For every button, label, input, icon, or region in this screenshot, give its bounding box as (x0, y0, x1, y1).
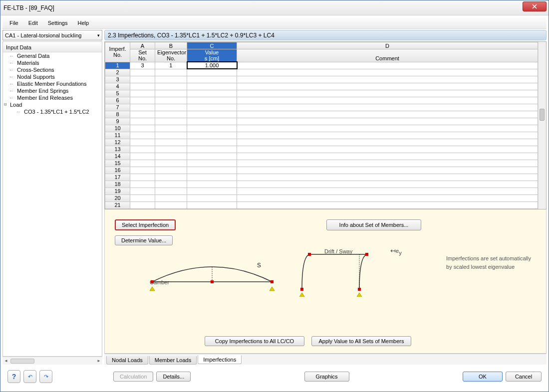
cell-set[interactable] (130, 188, 155, 195)
tree-member-end-releases[interactable]: Member End Releases (3, 94, 102, 101)
table-row[interactable]: 9 (105, 118, 538, 125)
tree-materials[interactable]: Materials (3, 59, 102, 66)
cell-value[interactable] (187, 195, 237, 201)
cell-set[interactable] (130, 97, 155, 104)
cell-comment[interactable] (237, 111, 538, 118)
cell-comment[interactable] (237, 146, 538, 153)
cell-eigv[interactable] (155, 83, 187, 90)
cell-comment[interactable] (237, 188, 538, 195)
cell-value[interactable] (187, 111, 237, 118)
menu-file[interactable]: File (4, 18, 23, 27)
grid-vscroll[interactable] (538, 42, 546, 209)
table-row[interactable]: 5 (105, 90, 538, 97)
table-row[interactable]: 15 (105, 160, 538, 167)
cell-eigv[interactable] (155, 76, 187, 83)
cell-set[interactable] (130, 111, 155, 118)
cell-value[interactable]: 1.000 (187, 62, 237, 69)
scroll-left-icon[interactable]: ◄ (2, 359, 9, 363)
cell-eigv[interactable] (155, 97, 187, 104)
cell-comment[interactable] (237, 62, 538, 69)
table-row[interactable]: 14 (105, 153, 538, 160)
cell-value[interactable] (187, 188, 237, 195)
cell-comment[interactable] (237, 174, 538, 181)
table-row[interactable]: 1311.000 (105, 62, 538, 69)
cell-set[interactable] (130, 139, 155, 146)
tree-cross-sections[interactable]: Cross-Sections (3, 66, 102, 73)
cancel-button[interactable]: Cancel (506, 372, 542, 382)
copy-imperfections-button[interactable]: Copy Imperfections to All LC/CO (205, 336, 304, 346)
cell-value[interactable] (187, 201, 237, 208)
cell-set[interactable] (130, 174, 155, 181)
cell-eigv[interactable] (155, 104, 187, 111)
cell-set[interactable] (130, 167, 155, 174)
cell-eigv[interactable] (155, 118, 187, 125)
cell-value[interactable] (187, 104, 237, 111)
table-row[interactable]: 11 (105, 132, 538, 139)
apply-value-button[interactable]: Apply Value to All Sets of Members (311, 336, 411, 346)
cell-comment[interactable] (237, 167, 538, 174)
cell-comment[interactable] (237, 118, 538, 125)
row-number[interactable]: 21 (105, 201, 130, 208)
cell-comment[interactable] (237, 153, 538, 160)
cell-eigv[interactable] (155, 146, 187, 153)
table-row[interactable]: 17 (105, 174, 538, 181)
tree-general-data[interactable]: General Data (3, 52, 102, 59)
cell-value[interactable] (187, 69, 237, 76)
cell-eigv[interactable] (155, 139, 187, 146)
col-b[interactable]: B (155, 42, 187, 49)
cell-set[interactable] (130, 90, 155, 97)
cell-value[interactable] (187, 174, 237, 181)
cell-value[interactable] (187, 125, 237, 132)
tree-hscroll[interactable]: ◄ ► (2, 357, 102, 365)
table-row[interactable]: 6 (105, 97, 538, 104)
calculation-button[interactable]: Calculation (113, 372, 153, 382)
info-set-members-button[interactable]: Info about Set of Members... (326, 219, 421, 230)
tree-load-co3[interactable]: CO3 - 1.35*LC1 + 1.5*LC2 (3, 108, 102, 115)
row-number[interactable]: 11 (105, 132, 130, 139)
cell-set[interactable] (130, 76, 155, 83)
grid-vscroll-thumb[interactable] (540, 109, 545, 121)
cell-value[interactable] (187, 153, 237, 160)
cell-eigv[interactable] (155, 125, 187, 132)
tab-member-loads[interactable]: Member Loads (149, 356, 197, 365)
tree-nodal-supports[interactable]: Nodal Supports (3, 73, 102, 80)
ok-button[interactable]: OK (463, 372, 503, 382)
case-combo[interactable]: CA1 - Lateral-torsional buckling (2, 30, 102, 40)
cell-eigv[interactable] (155, 181, 187, 188)
cell-value[interactable] (187, 83, 237, 90)
row-number[interactable]: 10 (105, 125, 130, 132)
table-row[interactable]: 7 (105, 104, 538, 111)
cell-value[interactable] (187, 76, 237, 83)
tree-load[interactable]: Load (3, 101, 102, 108)
cell-comment[interactable] (237, 132, 538, 139)
menu-settings[interactable]: Settings (43, 18, 73, 27)
cell-comment[interactable] (237, 139, 538, 146)
row-number[interactable]: 19 (105, 188, 130, 195)
row-number[interactable]: 8 (105, 111, 130, 118)
cell-set[interactable] (130, 83, 155, 90)
scroll-thumb[interactable] (10, 359, 34, 364)
close-button[interactable] (523, 1, 547, 11)
tree-member-end-springs[interactable]: Member End Springs (3, 87, 102, 94)
cell-eigv[interactable] (155, 188, 187, 195)
row-number[interactable]: 16 (105, 167, 130, 174)
cell-eigv[interactable] (155, 69, 187, 76)
cell-value[interactable] (187, 118, 237, 125)
cell-value[interactable] (187, 167, 237, 174)
cell-set[interactable] (130, 153, 155, 160)
row-number[interactable]: 3 (105, 76, 130, 83)
cell-set[interactable] (130, 132, 155, 139)
graphics-button[interactable]: Graphics (304, 372, 349, 382)
table-row[interactable]: 10 (105, 125, 538, 132)
details-button[interactable]: Details... (156, 372, 191, 382)
row-number[interactable]: 13 (105, 146, 130, 153)
cell-eigv[interactable] (155, 201, 187, 208)
cell-set[interactable] (130, 195, 155, 201)
cell-comment[interactable] (237, 181, 538, 188)
imperfections-grid[interactable]: Imperf.No. A B C D SetNo. EigenvectorNo.… (105, 42, 538, 209)
tree-elastic-foundations[interactable]: Elastic Member Foundations (3, 80, 102, 87)
cell-value[interactable] (187, 146, 237, 153)
table-row[interactable]: 2 (105, 69, 538, 76)
cell-set[interactable] (130, 104, 155, 111)
table-row[interactable]: 21 (105, 201, 538, 208)
